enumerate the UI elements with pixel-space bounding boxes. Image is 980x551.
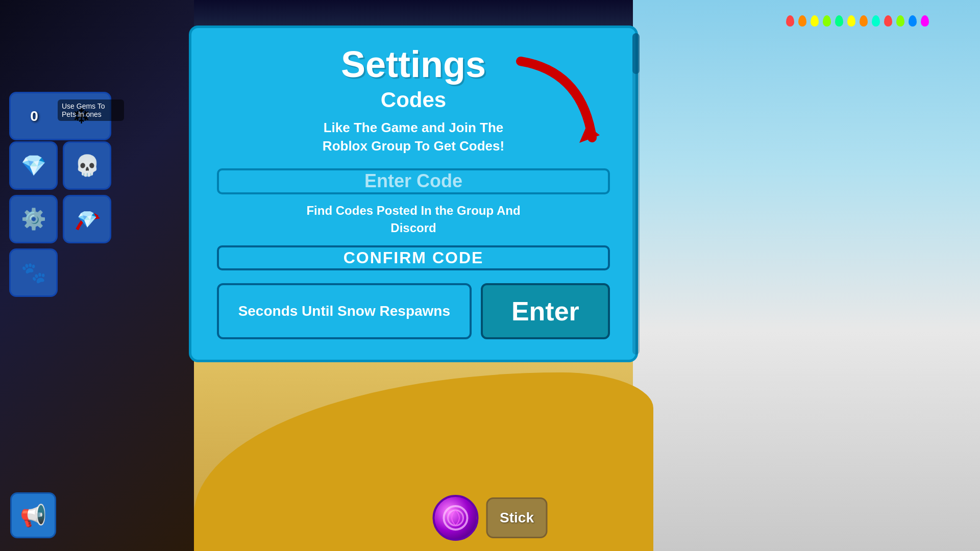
modal-scrollbar[interactable]	[632, 33, 640, 355]
speaker-button[interactable]: 📢	[10, 492, 56, 538]
settings-modal: Settings Codes Like The Game and Join Th…	[189, 26, 638, 362]
enter-button[interactable]: Enter	[481, 283, 610, 339]
light-3	[811, 15, 819, 27]
sidebar-gear-row: ⚙️ 💎	[9, 195, 111, 243]
paw-icon: 🐾	[21, 261, 46, 285]
light-9	[884, 15, 892, 27]
confirm-code-button[interactable]: CONFIRM CODE	[217, 245, 610, 270]
arrow-item[interactable]: 💎	[63, 195, 111, 243]
svg-marker-1	[579, 125, 600, 143]
red-curved-arrow	[505, 56, 607, 158]
light-12	[921, 15, 929, 27]
bottom-bar: Stick	[433, 495, 548, 541]
counter-value: 0	[30, 108, 38, 124]
gems-icon: 💎	[21, 154, 46, 178]
lights-bar	[786, 15, 929, 27]
light-2	[798, 15, 806, 27]
orb-spiral	[443, 505, 469, 531]
modal-title: Settings	[341, 43, 486, 85]
skull-item[interactable]: 💀	[63, 141, 111, 190]
sidebar-paw-row: 🐾	[9, 248, 111, 297]
find-codes-text: Find Codes Posted In the Group AndDiscor…	[306, 202, 520, 236]
light-10	[896, 15, 904, 27]
skull-icon: 💀	[75, 154, 100, 178]
stick-button[interactable]: Stick	[486, 497, 548, 538]
speaker-icon: 📢	[20, 503, 46, 528]
gems-item[interactable]: 💎	[9, 141, 58, 190]
light-8	[872, 15, 880, 27]
bottom-buttons: Seconds Until Snow Respawns Enter	[217, 283, 610, 339]
modal-description: Like The Game and Join TheRoblox Group T…	[323, 118, 504, 156]
light-11	[909, 15, 917, 27]
code-input[interactable]	[217, 168, 610, 194]
light-1	[786, 15, 794, 27]
respawn-button[interactable]: Seconds Until Snow Respawns	[217, 283, 472, 339]
modal-subtitle: Codes	[381, 88, 446, 112]
gear-icon: ⚙️	[21, 207, 46, 231]
light-4	[823, 15, 831, 27]
background-right	[633, 0, 980, 551]
light-5	[835, 15, 843, 27]
scrollbar-thumb	[632, 33, 640, 74]
orb-button[interactable]	[433, 495, 479, 541]
sidebar-tooltip: Use Gems To Pets In ones	[58, 99, 124, 121]
gear-item[interactable]: ⚙️	[9, 195, 58, 243]
left-sidebar: 0 ❄ Use Gems To Pets In ones 💎 💀 ⚙️ 💎	[9, 92, 111, 297]
sidebar-gems-row: 💎 💀	[9, 141, 111, 190]
paw-item[interactable]: 🐾	[9, 248, 58, 297]
light-7	[860, 15, 868, 27]
light-6	[847, 15, 855, 27]
stick-label: Stick	[500, 510, 534, 526]
diamond-icon: 💎	[77, 210, 97, 229]
